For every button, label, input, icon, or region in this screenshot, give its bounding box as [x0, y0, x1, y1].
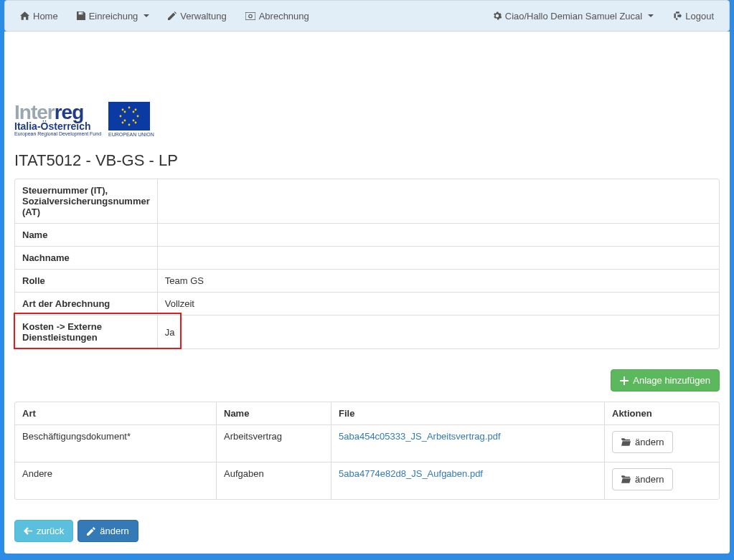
nav-abrechnung-label: Abrechnung: [259, 11, 309, 22]
svg-point-15: [133, 120, 135, 122]
logo-subtitle: Italia-Österreich: [14, 121, 101, 131]
info-table: Steuernummer (IT), Sozialversicherungsnu…: [14, 179, 720, 349]
back-label: zurück: [37, 526, 64, 536]
att-header-name: Name: [216, 402, 331, 424]
add-attachment-button[interactable]: Anlage hinzufügen: [611, 369, 720, 391]
nav-user-menu[interactable]: Ciao/Hallo Demian Samuel Zucal: [484, 4, 663, 29]
nav-abrechnung[interactable]: Abrechnung: [236, 4, 319, 29]
logo-row: Interreg Italia-Österreich European Regi…: [4, 96, 730, 144]
footer-edit-label: ändern: [100, 526, 128, 536]
nav-home[interactable]: Home: [11, 4, 67, 29]
interreg-logo: Interreg Italia-Österreich European Regi…: [14, 103, 101, 136]
svg-point-5: [137, 115, 139, 118]
svg-point-9: [135, 122, 137, 124]
info-label-name: Name: [15, 223, 158, 246]
home-icon: [20, 11, 29, 20]
info-label-surname: Nachname: [15, 246, 158, 269]
gear-icon: [493, 11, 502, 20]
folder-open-icon: [621, 438, 631, 446]
nav-logout-label: Logout: [685, 11, 714, 22]
nav-user-label: Ciao/Hallo Demian Samuel Zucal: [505, 11, 642, 22]
svg-rect-0: [245, 12, 255, 20]
chevron-down-icon: [648, 14, 654, 17]
top-navbar: Home Einreichung Verwaltung Abrechnung: [4, 0, 730, 32]
money-icon: [245, 12, 255, 20]
svg-point-3: [128, 124, 131, 126]
info-row-surname: Nachname: [15, 246, 719, 269]
info-row-role: Rolle Team GS: [15, 269, 719, 292]
main-panel: Interreg Italia-Österreich European Regi…: [4, 32, 730, 554]
info-label-costs: Kosten -> Externe Dienstleistungen: [15, 315, 158, 348]
svg-point-18: [124, 111, 126, 113]
nav-logout[interactable]: Logout: [663, 4, 723, 29]
att-header-file: File: [331, 402, 604, 424]
nav-einreichung-label: Einreichung: [89, 11, 138, 22]
att-art: Andere: [15, 462, 216, 499]
edit-icon: [87, 527, 95, 536]
info-label-tax: Steuernummer (IT), Sozialversicherungsnu…: [15, 179, 158, 223]
edit-attachment-button[interactable]: ändern: [612, 431, 673, 453]
att-art: Beschäftigungsdokument*: [15, 424, 216, 462]
att-header-actions: Aktionen: [604, 402, 719, 424]
svg-point-1: [248, 14, 252, 18]
info-value-billing: Vollzeit: [158, 292, 719, 315]
svg-point-4: [120, 115, 122, 118]
svg-point-17: [133, 111, 135, 113]
edit-attachment-label: ändern: [635, 474, 664, 485]
att-file-link[interactable]: 5aba454c05333_JS_Arbeitsvertrag.pdf: [339, 431, 501, 442]
att-header-art: Art: [15, 402, 216, 424]
info-value-costs: Ja: [158, 315, 719, 348]
chevron-down-icon: [143, 14, 149, 17]
info-row-tax: Steuernummer (IT), Sozialversicherungsnu…: [15, 179, 719, 223]
table-row: Andere Aufgaben 5aba4774e82d8_JS_Aufgabe…: [15, 462, 719, 499]
att-file-link[interactable]: 5aba4774e82d8_JS_Aufgaben.pdf: [339, 468, 483, 479]
info-label-billing: Art der Abrechnung: [15, 292, 158, 315]
att-name: Aufgaben: [216, 462, 331, 499]
info-row-billing: Art der Abrechnung Vollzeit: [15, 292, 719, 315]
info-value-tax: [158, 179, 719, 223]
back-button[interactable]: zurück: [14, 520, 73, 542]
edit-attachment-label: ändern: [635, 437, 664, 447]
logo-note: European Regional Development Fund: [14, 131, 101, 136]
info-row-costs: Kosten -> Externe Dienstleistungen Ja: [15, 315, 719, 348]
save-icon: [77, 11, 85, 20]
info-row-name: Name: [15, 223, 719, 246]
footer-edit-button[interactable]: ändern: [77, 520, 138, 542]
nav-home-label: Home: [33, 11, 58, 22]
info-value-name: [158, 223, 719, 246]
svg-point-6: [122, 109, 124, 111]
table-row: Beschäftigungsdokument* Arbeitsvertrag 5…: [15, 424, 719, 462]
eu-label: EUROPEAN UNION: [108, 132, 154, 137]
info-label-role: Rolle: [15, 269, 158, 292]
nav-einreichung[interactable]: Einreichung: [67, 4, 159, 29]
info-value-surname: [158, 246, 719, 269]
nav-verwaltung[interactable]: Verwaltung: [159, 4, 235, 29]
svg-point-2: [128, 107, 131, 109]
att-name: Arbeitsvertrag: [216, 424, 331, 462]
svg-point-8: [122, 122, 124, 124]
plus-icon: [620, 376, 629, 385]
info-value-role: Team GS: [158, 269, 719, 292]
arrow-left-icon: [24, 527, 32, 535]
pencil-icon: [168, 11, 177, 20]
page-title: ITAT5012 - VB-GS - LP: [4, 144, 730, 179]
attachments-table: Art Name File Aktionen Beschäftigungsdok…: [14, 402, 720, 500]
eu-logo: EUROPEAN UNION: [108, 102, 154, 137]
nav-verwaltung-label: Verwaltung: [180, 11, 226, 22]
header-mountains: [4, 32, 730, 96]
folder-open-icon: [621, 475, 631, 483]
edit-attachment-button[interactable]: ändern: [612, 468, 673, 490]
svg-point-7: [135, 109, 137, 111]
logout-icon: [672, 11, 682, 20]
add-attachment-label: Anlage hinzufügen: [633, 375, 710, 386]
svg-point-16: [124, 120, 126, 122]
